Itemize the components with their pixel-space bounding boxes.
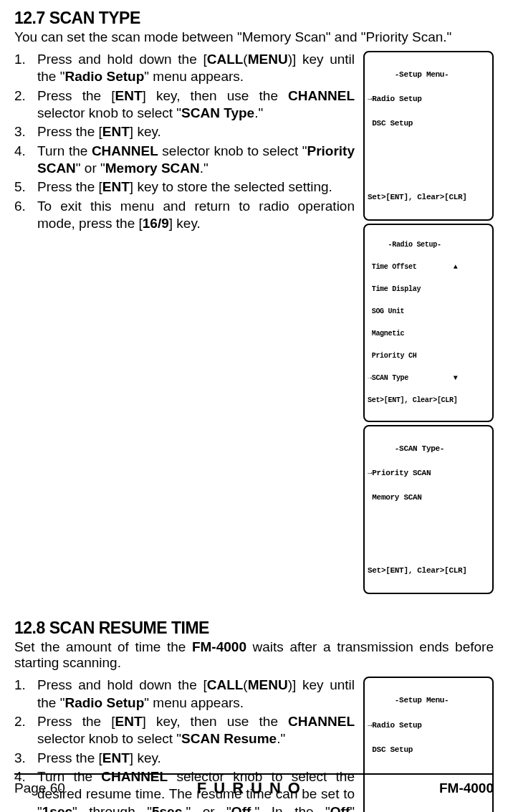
txt: ENT <box>102 750 130 765</box>
txt: 1sec <box>42 804 72 813</box>
txt: Press the [ <box>37 88 115 103</box>
txt: CHANNEL <box>288 88 355 103</box>
txt: " menu appears. <box>144 69 244 84</box>
step-6: To exit this menu and return to radio op… <box>14 198 355 233</box>
lcd-line: Time Offset ▲ <box>368 264 489 272</box>
txt: MENU <box>248 677 288 692</box>
txt: selector knob to select " <box>37 731 181 746</box>
lcd-line: →Priority SCAN <box>368 469 489 477</box>
section-header-127: 12.7 SCAN TYPE <box>14 9 494 28</box>
txt: SCAN Resume <box>181 731 277 746</box>
step-3: Press the [ENT] key. <box>14 123 355 140</box>
page-number: Page 60 <box>14 780 65 796</box>
lcd-line: DSC Setup <box>368 746 489 754</box>
lcd-line: Time Display <box>368 286 489 294</box>
lcd-line <box>368 543 489 550</box>
txt: ENT <box>115 88 143 103</box>
txt: ." <box>200 161 209 176</box>
txt: Press and hold down the [ <box>37 52 207 67</box>
txt: " menu appears. <box>144 695 244 710</box>
txt: ENT <box>102 179 130 194</box>
txt: Memory SCAN <box>105 161 200 176</box>
lcd-line: -Setup Menu- <box>368 697 489 704</box>
step-4: Turn the CHANNEL selector knob to select… <box>14 143 355 178</box>
lcd-line: →Radio Setup <box>368 722 489 730</box>
lcd-line <box>368 168 489 176</box>
step-5: Press the [ENT] key to store the selecte… <box>14 178 355 196</box>
lcd-line: DSC Setup <box>368 120 489 128</box>
txt: " or " <box>76 161 105 176</box>
txt: Press the [ <box>37 714 115 729</box>
txt: CHANNEL <box>92 143 158 158</box>
lcd-line: Set>[ENT], Clear>[CLR] <box>368 397 489 405</box>
page-footer: Page 60 FURUNO FM-4000 <box>14 773 494 798</box>
txt: 16/9 <box>143 216 169 231</box>
txt: ] key. <box>130 124 161 139</box>
txt: 5sec <box>152 804 182 813</box>
lcd-line: -Setup Menu- <box>368 71 489 79</box>
intro-127: You can set the scan mode between "Memor… <box>14 29 494 45</box>
txt: Press and hold down the [ <box>37 677 207 692</box>
lcd-line <box>368 518 489 526</box>
txt: Radio Setup <box>64 69 144 84</box>
txt: Off <box>231 804 251 813</box>
txt: Press the [ <box>37 179 102 194</box>
txt: Turn the <box>37 143 92 158</box>
txt: MENU <box>248 52 288 67</box>
lcd-line: →Radio Setup <box>368 95 489 103</box>
txt: Press the [ <box>37 124 102 139</box>
lcd-setup-menu: -Setup Menu- →Radio Setup DSC Setup Set>… <box>363 51 494 221</box>
txt: ] key to store the selected setting. <box>130 179 332 194</box>
lcd-line: -Radio Setup- <box>368 242 489 249</box>
txt: ] key, then use the <box>143 88 289 103</box>
txt: ." In the " <box>251 804 330 813</box>
txt: SCAN Type <box>181 105 254 120</box>
txt: CHANNEL <box>288 714 355 729</box>
lcd-line: →SCAN Type ▼ <box>368 375 489 383</box>
txt: " through " <box>72 804 152 813</box>
section-header-128: 12.8 SCAN RESUME TIME <box>14 618 494 638</box>
lcd-col-127: -Setup Menu- →Radio Setup DSC Setup Set>… <box>363 51 494 594</box>
step-2: Press the [ENT] key, then use the CHANNE… <box>14 713 355 748</box>
txt: selector knob to select " <box>37 105 181 120</box>
txt: ENT <box>102 124 130 139</box>
lcd-line: Set>[ENT], Clear>[CLR] <box>368 567 489 575</box>
lcd-radio-setup: -Radio Setup- Time Offset ▲ Time Display… <box>363 224 494 422</box>
txt: selector knob to select " <box>158 143 307 158</box>
step-1: Press and hold down the [CALL(MENU)] key… <box>14 677 355 712</box>
txt: ." <box>277 731 285 746</box>
content-127: Press and hold down the [CALL(MENU)] key… <box>14 51 494 594</box>
intro-128: Set the amount of time the FM-4000 waits… <box>14 639 494 671</box>
txt: ] key. <box>169 216 201 231</box>
step-2: Press the [ENT] key, then use the CHANNE… <box>14 87 355 123</box>
txt: Radio Setup <box>64 695 144 710</box>
txt: ENT <box>115 714 143 729</box>
txt: CALL <box>207 677 244 692</box>
steps-127: Press and hold down the [CALL(MENU)] key… <box>14 51 355 594</box>
lcd-line: Memory SCAN <box>368 494 489 502</box>
step-1: Press and hold down the [CALL(MENU)] key… <box>14 51 355 86</box>
lcd-line: Magnetic <box>368 330 489 338</box>
txt: CALL <box>207 52 244 67</box>
txt: ." <box>254 105 263 120</box>
lcd-line <box>368 144 489 152</box>
txt: Set the amount of time the <box>14 639 192 654</box>
lcd-line: SOG Unit <box>368 308 489 316</box>
lcd-scan-type: -SCAN Type- →Priority SCAN Memory SCAN S… <box>363 425 494 595</box>
txt: ," or " <box>182 804 231 813</box>
txt: FM-4000 <box>192 639 246 654</box>
step-3: Press the [ENT] key. <box>14 750 355 767</box>
lcd-line: Set>[ENT], Clear>[CLR] <box>368 194 489 201</box>
txt: ] key, then use the <box>143 714 289 729</box>
txt: Off <box>330 804 350 813</box>
lcd-line: Priority CH <box>368 353 489 360</box>
brand-logo: FURUNO <box>197 779 307 798</box>
lcd-line: -SCAN Type- <box>368 445 489 453</box>
txt: Press the [ <box>37 750 102 765</box>
txt: ] key. <box>130 750 161 765</box>
model-label: FM-4000 <box>439 780 494 796</box>
